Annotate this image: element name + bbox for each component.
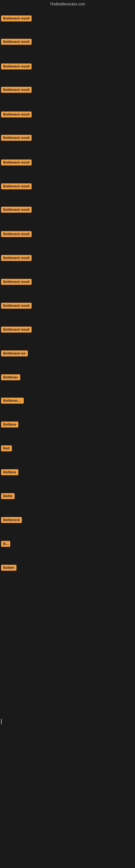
bottleneck-badge-15[interactable]: Bottleneck res bbox=[1, 350, 28, 356]
bottleneck-item-2[interactable]: Bottleneck result bbox=[1, 39, 32, 46]
bottleneck-badge-17[interactable]: Bottleneck r bbox=[1, 398, 24, 404]
bottleneck-item-6[interactable]: Bottleneck result bbox=[1, 135, 32, 142]
bottleneck-item-4[interactable]: Bottleneck result bbox=[1, 87, 32, 94]
bottleneck-badge-4[interactable]: Bottleneck result bbox=[1, 87, 32, 93]
bottleneck-item-16[interactable]: Bottlenec bbox=[1, 374, 20, 381]
site-title-bar: TheBottlenecker.com bbox=[0, 0, 135, 8]
bottleneck-item-10[interactable]: Bottleneck result bbox=[1, 231, 32, 238]
bottleneck-item-14[interactable]: Bottleneck result bbox=[1, 327, 32, 334]
bottleneck-item-5[interactable]: Bottleneck result bbox=[1, 112, 32, 119]
bottleneck-item-17[interactable]: Bottleneck r bbox=[1, 398, 24, 405]
bottleneck-item-19[interactable]: Bott bbox=[1, 445, 12, 453]
bottleneck-badge-24[interactable]: Bottlen bbox=[1, 565, 16, 571]
bottleneck-badge-7[interactable]: Bottleneck result bbox=[1, 159, 32, 165]
bottleneck-badge-2[interactable]: Bottleneck result bbox=[1, 39, 32, 45]
bottleneck-badge-8[interactable]: Bottleneck result bbox=[1, 183, 32, 189]
bottleneck-badge-12[interactable]: Bottleneck result bbox=[1, 279, 32, 285]
bottleneck-item-13[interactable]: Bottleneck result bbox=[1, 303, 32, 310]
bottleneck-badge-18[interactable]: Bottlene bbox=[1, 422, 18, 428]
bottleneck-badge-23[interactable]: Bot bbox=[1, 541, 10, 547]
bottleneck-badge-13[interactable]: Bottleneck result bbox=[1, 303, 32, 309]
bottleneck-badge-14[interactable]: Bottleneck result bbox=[1, 327, 32, 333]
bottleneck-badge-16[interactable]: Bottlenec bbox=[1, 374, 20, 380]
bottleneck-badge-22[interactable]: Bottleneck bbox=[1, 517, 22, 523]
bottleneck-item-18[interactable]: Bottlene bbox=[1, 422, 18, 429]
bottleneck-item-9[interactable]: Bottleneck result bbox=[1, 207, 32, 214]
bottleneck-item-20[interactable]: Bottlene bbox=[1, 469, 18, 476]
bottleneck-item-11[interactable]: Bottleneck result bbox=[1, 255, 32, 262]
bottleneck-item-15[interactable]: Bottleneck res bbox=[1, 350, 28, 358]
site-title: TheBottlenecker.com bbox=[50, 0, 85, 8]
bottleneck-item-3[interactable]: Bottleneck result bbox=[1, 63, 32, 70]
bottleneck-badge-9[interactable]: Bottleneck result bbox=[1, 207, 32, 213]
bottleneck-badge-19[interactable]: Bott bbox=[1, 445, 12, 452]
bottleneck-badge-1[interactable]: Bottleneck result bbox=[1, 16, 32, 22]
bottleneck-item-8[interactable]: Bottleneck result bbox=[1, 183, 32, 190]
text-cursor bbox=[1, 719, 2, 724]
bottleneck-badge-3[interactable]: Bottleneck result bbox=[1, 63, 32, 69]
bottleneck-badge-11[interactable]: Bottleneck result bbox=[1, 255, 32, 261]
bottleneck-item-7[interactable]: Bottleneck result bbox=[1, 159, 32, 166]
bottleneck-badge-20[interactable]: Bottlene bbox=[1, 469, 18, 475]
bottleneck-item-12[interactable]: Bottleneck result bbox=[1, 279, 32, 286]
bottleneck-badge-5[interactable]: Bottleneck result bbox=[1, 112, 32, 118]
bottleneck-item-21[interactable]: Bottle bbox=[1, 493, 14, 500]
bottleneck-list: Bottleneck resultBottleneck resultBottle… bbox=[0, 8, 135, 868]
bottleneck-badge-10[interactable]: Bottleneck result bbox=[1, 231, 32, 237]
bottleneck-item-22[interactable]: Bottleneck bbox=[1, 517, 22, 524]
bottleneck-item-23[interactable]: Bot bbox=[1, 541, 10, 548]
bottleneck-item-24[interactable]: Bottlen bbox=[1, 565, 16, 572]
bottleneck-item-1[interactable]: Bottleneck result bbox=[1, 16, 32, 23]
bottleneck-badge-6[interactable]: Bottleneck result bbox=[1, 135, 32, 141]
bottleneck-badge-21[interactable]: Bottle bbox=[1, 493, 14, 499]
